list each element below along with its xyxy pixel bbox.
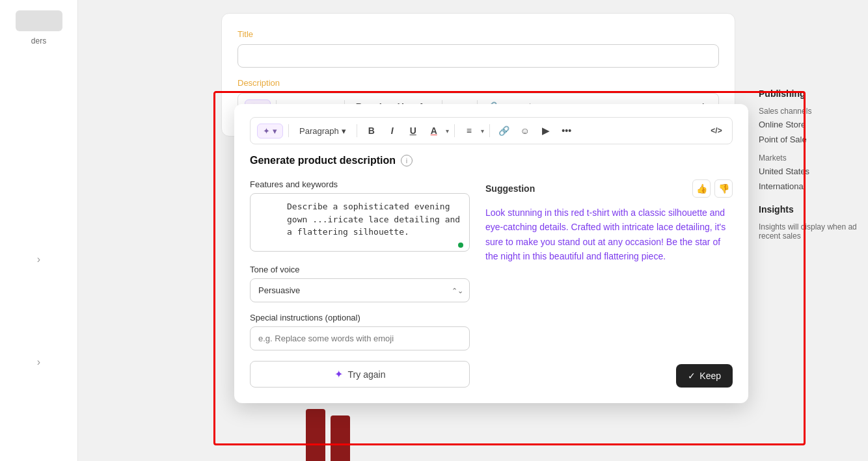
features-label: Features and keywords <box>250 179 470 189</box>
modal-toolbar-divider-1 <box>288 124 289 137</box>
modal-align-button[interactable]: ≡ <box>460 122 478 140</box>
modal-align-chevron[interactable]: ▾ <box>481 127 484 135</box>
try-again-button[interactable]: ✦ Try again <box>250 361 470 388</box>
generate-description-modal: ✦ ▾ Paragraph ▾ B I U A ▾ ≡ ▾ 🔗 ☺ ▶ ••• … <box>234 104 748 403</box>
modal-italic-button[interactable]: I <box>383 122 401 140</box>
modal-magic-icon: ✦ <box>263 126 270 136</box>
modal-left-col: Features and keywords ✦ Describe a sophi… <box>250 179 470 388</box>
title-field-label: Title <box>237 29 719 39</box>
try-again-icon: ✦ <box>334 368 343 380</box>
us-market-item[interactable]: United States <box>759 164 860 179</box>
modal-text-color-button[interactable]: A <box>425 122 443 140</box>
modal-body: Features and keywords ✦ Describe a sophi… <box>250 179 733 388</box>
modal-magic-button[interactable]: ✦ ▾ <box>257 124 283 138</box>
tone-group: Tone of voice Persuasive Informative Fri… <box>250 265 470 302</box>
modal-underline-button[interactable]: U <box>404 122 422 140</box>
insights-section: Insights Insights will display when ad r… <box>759 204 860 242</box>
suggestion-label: Suggestion <box>485 183 535 194</box>
modal-bold-button[interactable]: B <box>362 122 381 140</box>
modal-paragraph-label: Paragraph <box>299 126 339 136</box>
modal-right-col: Suggestion 👍 👎 Look stunning in this red… <box>485 179 733 388</box>
green-dot <box>458 243 463 248</box>
modal-editor-toolbar: ✦ ▾ Paragraph ▾ B I U A ▾ ≡ ▾ 🔗 ☺ ▶ ••• … <box>250 117 733 144</box>
suggestion-header: Suggestion 👍 👎 <box>485 179 733 198</box>
features-textarea[interactable]: Describe a sophisticated evening gown ..… <box>250 193 470 252</box>
modal-magic-chevron: ▾ <box>273 126 277 136</box>
markets-label: Markets <box>759 152 860 164</box>
thumb-buttons: 👍 👎 <box>692 179 733 198</box>
modal-title-row: Generate product description i <box>250 155 733 166</box>
modal-color-chevron[interactable]: ▾ <box>446 127 449 135</box>
point-of-sale-item[interactable]: Point of Sale <box>759 132 860 147</box>
keep-button[interactable]: ✓ Keep <box>676 364 733 388</box>
product-image <box>306 409 436 461</box>
special-label: Special instructions (optional) <box>250 313 470 323</box>
modal-toolbar-divider-4 <box>489 124 490 137</box>
sidebar: ders › › <box>0 0 78 461</box>
tone-select-wrapper: Persuasive Informative Friendly Professi… <box>250 278 470 302</box>
title-input[interactable] <box>237 44 719 68</box>
publishing-title: Publishing <box>759 88 860 99</box>
try-again-label: Try again <box>348 369 386 380</box>
tone-select[interactable]: Persuasive Informative Friendly Professi… <box>250 278 470 302</box>
thumb-down-icon: 👎 <box>718 183 729 194</box>
sidebar-arrow-2[interactable]: › <box>37 356 40 368</box>
modal-toolbar-divider-2 <box>357 124 357 137</box>
thumb-down-button[interactable]: 👎 <box>714 179 733 198</box>
sidebar-arrow-1[interactable]: › <box>37 254 40 265</box>
sidebar-top-placeholder <box>16 10 62 31</box>
online-store-item[interactable]: Online Store <box>759 117 860 132</box>
modal-paragraph-dropdown[interactable]: Paragraph ▾ <box>294 124 351 138</box>
sales-channels-label: Sales channels <box>759 105 860 117</box>
thumb-up-icon: 👍 <box>696 183 707 194</box>
modal-media-button[interactable]: ▶ <box>537 122 555 140</box>
sidebar-nav-label: ders <box>31 36 46 46</box>
modal-link-button[interactable]: 🔗 <box>495 122 513 140</box>
insights-title: Insights <box>759 204 860 215</box>
modal-more-button[interactable]: ••• <box>558 122 576 140</box>
publishing-section: Publishing Sales channels Online Store P… <box>759 88 860 194</box>
special-group: Special instructions (optional) <box>250 313 470 350</box>
info-icon-label: i <box>406 157 407 165</box>
modal-paragraph-chevron: ▾ <box>342 126 346 136</box>
intl-market-item[interactable]: International <box>759 179 860 194</box>
features-textarea-wrapper: ✦ Describe a sophisticated evening gown … <box>250 193 470 254</box>
modal-code-button[interactable]: </> <box>707 122 726 140</box>
keep-check-icon: ✓ <box>688 371 696 381</box>
right-sidebar: Publishing Sales channels Online Store P… <box>751 0 868 461</box>
thumb-up-button[interactable]: 👍 <box>692 179 711 198</box>
tone-label: Tone of voice <box>250 265 470 274</box>
special-input[interactable] <box>250 326 470 350</box>
insights-text: Insights will display when ad recent sal… <box>759 221 860 242</box>
modal-toolbar-divider-3 <box>454 124 455 137</box>
features-group: Features and keywords ✦ Describe a sophi… <box>250 179 470 254</box>
modal-emoji-button[interactable]: ☺ <box>516 122 534 140</box>
modal-text-color-label: A <box>431 125 437 136</box>
description-field-label: Description <box>237 78 719 88</box>
info-icon[interactable]: i <box>401 155 413 166</box>
keep-label: Keep <box>699 371 721 381</box>
suggestion-text: Look stunning in this red t-shirt with a… <box>485 205 733 264</box>
modal-title: Generate product description <box>250 155 396 166</box>
